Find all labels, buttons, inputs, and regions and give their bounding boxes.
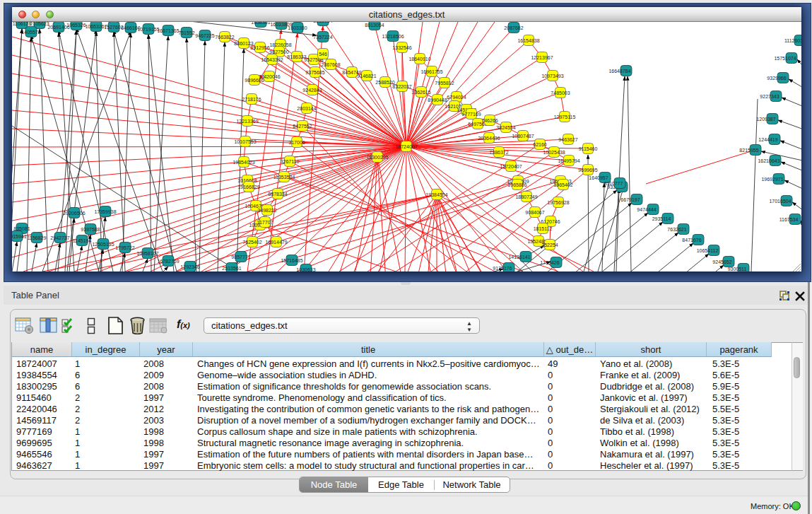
svg-text:9242843: 9242843 bbox=[302, 88, 322, 93]
svg-text:3824554: 3824554 bbox=[496, 125, 515, 130]
svg-text:10025438: 10025438 bbox=[543, 150, 565, 155]
svg-text:16210643: 16210643 bbox=[758, 158, 779, 163]
svg-text:12975115: 12975115 bbox=[554, 115, 576, 119]
svg-text:8427552: 8427552 bbox=[293, 124, 312, 129]
svg-text:3267110: 3267110 bbox=[281, 159, 300, 164]
svg-text:8813054: 8813054 bbox=[313, 22, 332, 23]
svg-text:1065886: 1065886 bbox=[507, 182, 526, 187]
svg-text:9827500: 9827500 bbox=[269, 49, 288, 54]
svg-text:9857771: 9857771 bbox=[231, 255, 250, 259]
svg-text:8912956: 8912956 bbox=[250, 45, 269, 50]
svg-text:8322037: 8322037 bbox=[392, 84, 411, 89]
svg-text:7955812: 7955812 bbox=[435, 81, 454, 86]
svg-text:7663822: 7663822 bbox=[215, 35, 234, 40]
svg-text:20364436: 20364436 bbox=[478, 136, 500, 141]
svg-text:7357224: 7357224 bbox=[313, 35, 332, 40]
svg-text:1167534: 1167534 bbox=[779, 217, 799, 222]
svg-text:6679197: 6679197 bbox=[620, 197, 640, 202]
svg-text:751552: 751552 bbox=[178, 30, 194, 35]
svg-text:10107553: 10107553 bbox=[234, 139, 256, 144]
svg-text:1405572: 1405572 bbox=[21, 30, 40, 35]
svg-text:9467225: 9467225 bbox=[195, 33, 214, 38]
svg-text:19384554: 19384554 bbox=[425, 192, 447, 197]
svg-text:15751074: 15751074 bbox=[774, 56, 796, 61]
svg-text:2718176: 2718176 bbox=[242, 97, 261, 102]
svg-text:7625402: 7625402 bbox=[242, 240, 261, 245]
svg-text:2087682: 2087682 bbox=[504, 25, 523, 30]
svg-text:16782759: 16782759 bbox=[157, 259, 179, 264]
svg-text:8471676: 8471676 bbox=[682, 238, 701, 243]
svg-text:9300511: 9300511 bbox=[728, 267, 747, 271]
svg-text:12213369: 12213369 bbox=[236, 119, 258, 124]
svg-text:18807249: 18807249 bbox=[515, 194, 537, 199]
svg-text:7632621: 7632621 bbox=[667, 227, 686, 232]
svg-text:1965402: 1965402 bbox=[553, 182, 572, 187]
svg-text:9474444: 9474444 bbox=[637, 207, 656, 212]
svg-text:8813054: 8813054 bbox=[365, 23, 384, 28]
svg-text:317006: 317006 bbox=[288, 140, 305, 145]
svg-text:16648784: 16648784 bbox=[608, 69, 630, 74]
svg-text:2935114: 2935114 bbox=[652, 216, 671, 221]
svg-text:10654112: 10654112 bbox=[697, 248, 719, 253]
svg-text:12213967: 12213967 bbox=[531, 55, 553, 60]
svg-text:9135176: 9135176 bbox=[493, 266, 512, 271]
svg-text:16495794: 16495794 bbox=[558, 158, 579, 163]
svg-text:746266: 746266 bbox=[481, 118, 498, 123]
svg-text:1815112: 1815112 bbox=[534, 226, 553, 231]
svg-text:9463627: 9463627 bbox=[558, 137, 577, 142]
svg-text:9777169: 9777169 bbox=[461, 112, 481, 117]
svg-text:9329966: 9329966 bbox=[767, 76, 786, 81]
svg-text:1156829: 1156829 bbox=[28, 235, 47, 240]
svg-text:6794024: 6794024 bbox=[447, 95, 466, 100]
svg-text:9084067: 9084067 bbox=[525, 210, 544, 215]
svg-text:3915941: 3915941 bbox=[12, 234, 27, 239]
svg-text:1640957: 1640957 bbox=[589, 175, 608, 180]
svg-text:2513561: 2513561 bbox=[222, 266, 241, 271]
svg-text:117707: 117707 bbox=[257, 220, 273, 225]
svg-text:7386372: 7386372 bbox=[489, 150, 508, 155]
svg-text:9115460: 9115460 bbox=[579, 146, 598, 151]
svg-text:8990448: 8990448 bbox=[428, 98, 447, 103]
svg-text:1065326: 1065326 bbox=[66, 23, 86, 28]
svg-text:14136141: 14136141 bbox=[508, 255, 530, 259]
svg-text:16961755: 16961755 bbox=[420, 69, 442, 74]
svg-text:7485003: 7485003 bbox=[551, 90, 570, 95]
svg-text:11353594: 11353594 bbox=[273, 175, 295, 180]
svg-text:8215955: 8215955 bbox=[739, 148, 758, 153]
svg-text:13218506: 13218506 bbox=[382, 34, 404, 39]
svg-text:10958107: 10958107 bbox=[136, 251, 158, 256]
svg-text:1112603: 1112603 bbox=[784, 38, 801, 43]
svg-text:8110777: 8110777 bbox=[604, 181, 623, 186]
svg-text:1362615: 1362615 bbox=[411, 90, 430, 95]
svg-text:17016504: 17016504 bbox=[769, 199, 791, 204]
svg-text:20206506: 20206506 bbox=[63, 211, 85, 216]
svg-text:1106128: 1106128 bbox=[13, 22, 32, 26]
svg-text:1030633: 1030633 bbox=[296, 267, 315, 272]
svg-text:1795722: 1795722 bbox=[115, 245, 134, 250]
svg-text:12505135: 12505135 bbox=[92, 242, 114, 247]
svg-text:18724007: 18724007 bbox=[395, 144, 417, 149]
svg-text:2803144: 2803144 bbox=[297, 106, 316, 111]
svg-text:18640910: 18640910 bbox=[408, 57, 430, 62]
svg-text:9375685: 9375685 bbox=[305, 70, 324, 75]
svg-text:2867608: 2867608 bbox=[321, 62, 340, 67]
svg-text:16154838: 16154838 bbox=[517, 38, 539, 43]
svg-text:16543392: 16543392 bbox=[261, 57, 283, 62]
svg-text:19692971: 19692971 bbox=[761, 177, 783, 182]
svg-text:1603380: 1603380 bbox=[288, 25, 307, 30]
svg-text:19854023: 19854023 bbox=[233, 160, 254, 165]
svg-text:1858361: 1858361 bbox=[251, 22, 270, 25]
svg-text:10807487: 10807487 bbox=[512, 134, 534, 139]
svg-text:62160: 62160 bbox=[533, 142, 547, 147]
svg-text:1332546: 1332546 bbox=[392, 45, 411, 50]
svg-text:9397588: 9397588 bbox=[81, 227, 100, 232]
svg-text:3498222: 3498222 bbox=[257, 208, 276, 213]
svg-text:16914479: 16914479 bbox=[265, 240, 287, 245]
svg-text:9227343: 9227343 bbox=[760, 94, 779, 99]
svg-text:2105623: 2105623 bbox=[30, 22, 49, 26]
svg-text:16671365: 16671365 bbox=[157, 28, 179, 33]
svg-text:1244419: 1244419 bbox=[758, 137, 777, 142]
svg-text:9245652: 9245652 bbox=[712, 259, 731, 264]
svg-text:546: 546 bbox=[319, 52, 327, 57]
svg-text:19166829: 19166829 bbox=[237, 185, 259, 189]
